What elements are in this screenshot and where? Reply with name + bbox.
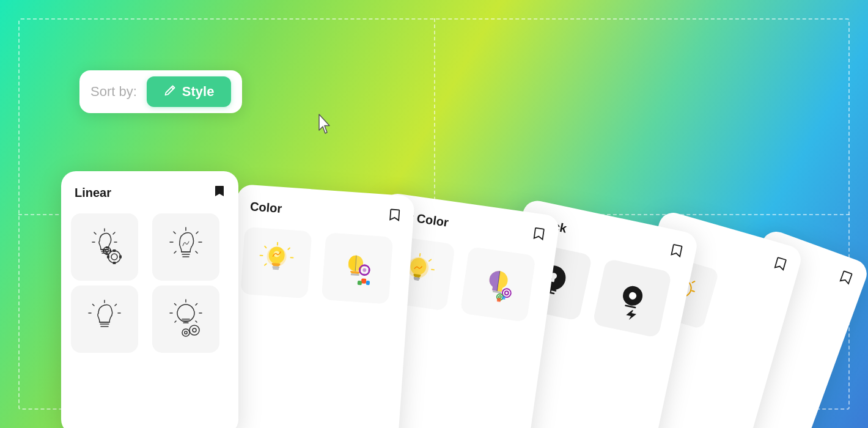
pencil-icon [164,84,176,100]
svg-rect-35 [361,278,367,284]
svg-rect-33 [359,268,361,271]
icon-cell-combo1 [71,286,138,353]
svg-point-53 [182,329,189,336]
svg-rect-48 [103,249,105,252]
svg-rect-19 [497,298,501,302]
bookmark-icon-2ar[interactable] [532,226,546,244]
svg-rect-40 [113,249,116,252]
svg-rect-49 [109,249,111,252]
svg-rect-42 [107,256,109,259]
svg-point-51 [189,325,199,335]
bookmark-icon-black[interactable] [669,243,683,262]
svg-point-54 [185,331,187,334]
bookmark-icon-last[interactable] [837,270,853,289]
svg-rect-46 [106,246,108,248]
card-linear[interactable]: Linear [61,171,238,428]
card-color-title: Color [249,199,282,216]
svg-rect-20 [502,296,506,300]
svg-point-16 [504,291,509,295]
svg-rect-43 [119,256,122,259]
svg-rect-37 [366,281,370,285]
svg-rect-31 [363,265,366,267]
sort-bar: Sort by: Style [79,70,242,113]
svg-point-18 [499,295,502,298]
svg-rect-41 [113,262,116,264]
card-color[interactable]: Color [220,184,415,428]
sort-by-label: Sort by: [90,84,137,100]
bookmark-icon-ar[interactable] [773,256,788,275]
svg-point-39 [111,254,117,260]
svg-rect-34 [368,269,370,272]
card-linear-title: Linear [75,186,111,200]
sort-style-button[interactable]: Style [147,76,232,107]
icon-cell-gear-bulb [71,213,138,281]
svg-point-45 [106,249,109,253]
svg-line-4 [550,290,551,293]
svg-point-30 [362,268,366,271]
bookmark-icon-linear[interactable] [214,185,225,201]
sort-button-label: Style [182,84,215,100]
svg-rect-47 [106,253,108,255]
svg-point-52 [193,328,196,332]
bookmark-icon-color[interactable] [389,208,401,225]
svg-rect-36 [358,281,362,285]
svg-rect-32 [362,273,366,275]
icon-cell-bulb [152,213,219,281]
icon-cell-combo2 [152,286,219,353]
cards-area: ar Black [61,171,795,428]
